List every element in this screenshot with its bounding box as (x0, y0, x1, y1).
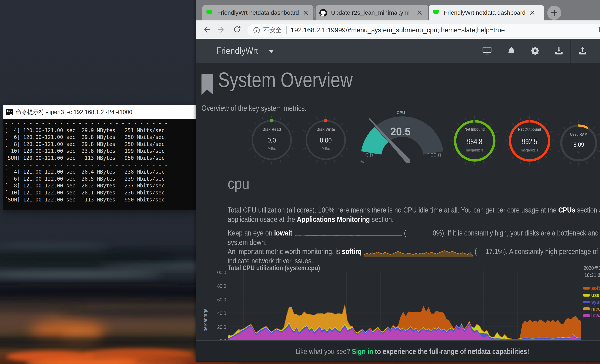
text-segment: Total CPU utilization (all cores). 100% … (228, 206, 558, 214)
y-tick: 80.0 (213, 283, 226, 289)
tab-title: Update r2s_lean_minimal.yml · k (331, 9, 414, 16)
netdata-navbar: FriendlyWrt (196, 39, 600, 63)
gauge-unit: % (324, 159, 400, 164)
host-dropdown[interactable]: FriendlyWrt (216, 39, 274, 63)
text-segment: ). A constantly high percentage of softi… (504, 247, 600, 255)
legend-swatch (583, 314, 590, 317)
gauge-value: 8.09 (542, 141, 600, 149)
legend-swatch (583, 287, 590, 289)
legend-user[interactable]: user (583, 292, 600, 298)
legend-label: system (591, 299, 600, 305)
legend-system[interactable]: system (583, 299, 600, 305)
url-text[interactable]: 192.168.2.1:19999/#menu_system_submenu_c… (291, 26, 505, 34)
softirq-keyword: softirq (342, 247, 362, 255)
legend-label: iowait (591, 312, 600, 319)
import-snapshot-button[interactable] (547, 39, 571, 63)
forward-button[interactable] (215, 23, 228, 36)
cpu-description-line: system down. (228, 238, 267, 247)
section-title: System Overview (218, 69, 353, 91)
terminal-line: - - - - - - - - - - - - - - - - - - - - … (5, 120, 196, 127)
omnibox-separator (286, 26, 287, 34)
navbar-separator (209, 39, 209, 63)
new-tab-button[interactable] (547, 6, 561, 20)
print-dashboard-button[interactable] (475, 39, 499, 63)
section-subtitle: Overview of the key system metrics. (201, 104, 307, 113)
terminal-line: [ 6] 121.00-122.00 sec 28.5 MBytes 239 M… (5, 176, 196, 183)
text-segment: ( (475, 247, 477, 255)
bell-icon (507, 46, 516, 55)
cpus-link[interactable]: CPUs (558, 206, 575, 214)
gauge-min: 0.0 (333, 151, 405, 159)
tab-close-icon[interactable] (527, 8, 537, 18)
gauge-used-ram[interactable]: Used RAM8.09% (553, 117, 600, 169)
y-tick: 20.0 (213, 324, 226, 330)
security-label: 不安全 (263, 26, 282, 35)
legend-nice[interactable]: nice (583, 306, 600, 311)
tab-friendlywrt-1[interactable]: FriendlyWrt netdata dashboard (202, 5, 313, 20)
y-tick: 100.0 (213, 270, 226, 276)
gauge-net-inbound[interactable]: Net Inbound984.8megabits/s (447, 113, 503, 169)
softirq-value: 17.1% (477, 247, 504, 256)
netdata-page: FriendlyWrt (196, 39, 600, 362)
terminal-title: 命令提示符 - iperf3 -c 192.168.1.2 -P4 -t1000 (16, 108, 132, 116)
terminal-titlebar[interactable]: C:\ 命令提示符 - iperf3 -c 192.168.1.2 -P4 -t… (3, 105, 196, 119)
legend-softirq[interactable]: softirq (583, 285, 600, 291)
gauge-value: 20.5 (360, 125, 441, 138)
terminal-window[interactable]: C:\ 命令提示符 - iperf3 -c 192.168.1.2 -P4 -t… (3, 105, 196, 210)
settings-button[interactable] (523, 39, 547, 63)
gauge-label: Disk Write (287, 127, 364, 132)
tab-divider (314, 8, 315, 18)
cpu-utilization-chart[interactable] (228, 271, 581, 341)
footer-text: Like what you see? (296, 347, 352, 355)
tab-github[interactable]: Update r2s_lean_minimal.yml · k (316, 5, 428, 20)
info-icon[interactable] (253, 27, 260, 34)
legend-iowait[interactable]: iowait (583, 313, 600, 318)
back-icon (202, 25, 211, 34)
sign-in-link[interactable]: Sign in (352, 347, 373, 355)
terminal-output[interactable]: - - - - - - - - - - - - - - - - - - - - … (3, 119, 196, 210)
gauge-unit: % (540, 150, 600, 154)
forward-icon (217, 25, 226, 34)
text-segment: section. (370, 215, 394, 223)
gauge-label: CPU (358, 110, 443, 115)
legend-label: nice (591, 306, 600, 312)
browser-toolbar: 不安全 192.168.2.1:19999/#menu_system_subme… (196, 20, 600, 39)
tab-friendlywrt-2-active[interactable]: FriendlyWrt netdata dashboard (429, 5, 544, 20)
cpu-description-line: Keep an eye on iowait(0%). If it is cons… (228, 228, 600, 238)
text-segment: ( (404, 229, 406, 237)
gauge-cpu[interactable]: CPU20.50.0100.0% (353, 111, 451, 183)
github-favicon (319, 9, 327, 17)
reload-button[interactable] (231, 23, 244, 36)
text-segment: Keep an eye on (228, 229, 274, 237)
cmd-icon-cursor (10, 114, 12, 115)
terminal-line: [SUM] 120.00-121.00 sec 113 MBytes 950 M… (5, 155, 196, 162)
cpu-description-line: An important metric worth monitoring, is… (228, 247, 600, 256)
export-snapshot-button[interactable] (571, 39, 595, 63)
netdata-favicon (432, 9, 440, 17)
tab-close-icon[interactable] (414, 8, 425, 18)
host-name: FriendlyWrt (216, 46, 258, 56)
footer-text-bold: to experience the full-range of netdata … (373, 347, 529, 355)
tab-strip: FriendlyWrt netdata dashboard Update r2s… (196, 0, 600, 20)
iowait-keyword: iowait (274, 229, 292, 237)
legend-label: softirq (591, 285, 600, 291)
section-heading-row: System Overview (201, 73, 380, 96)
alarms-button[interactable] (499, 39, 523, 63)
iowait-sparkline[interactable] (295, 231, 402, 236)
navbar-separator (595, 39, 595, 63)
back-button[interactable] (200, 23, 213, 36)
browser-window: FriendlyWrt netdata dashboard Update r2s… (196, 0, 600, 362)
applications-monitoring-link[interactable]: Applications Monitoring (297, 215, 370, 223)
cmd-icon-text: C:\ (7, 109, 12, 112)
y-tick: 40.0 (213, 310, 226, 316)
reload-icon (233, 25, 241, 34)
legend-swatch (583, 308, 590, 310)
y-axis-label: percentage (202, 305, 208, 335)
address-bar[interactable]: 不安全 192.168.2.1:19999/#menu_system_subme… (247, 24, 600, 37)
tab-close-icon[interactable] (301, 8, 311, 18)
iowait-value: 0% (406, 228, 442, 238)
extension-icon[interactable] (599, 27, 600, 32)
softirq-sparkline[interactable] (364, 249, 473, 257)
chart-title: Total CPU utilization (system.cpu) (228, 264, 320, 272)
cpu-description-line: Total CPU utilization (all cores). 100% … (228, 205, 600, 215)
